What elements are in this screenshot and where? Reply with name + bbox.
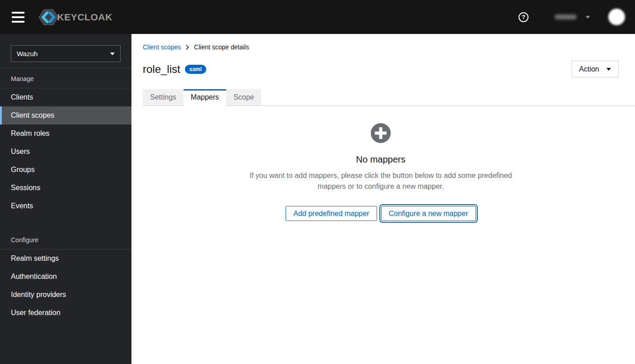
breadcrumb-current: Client scope details [194,43,249,51]
sidebar-item-identity-providers[interactable]: Identity providers [0,286,131,304]
realm-selector-section: Wazuh [0,34,131,68]
plus-circle-icon [371,123,391,143]
page-title: role_list [143,63,180,76]
help-button[interactable]: ? [519,12,528,22]
user-menu[interactable] [555,14,590,19]
breadcrumb-link-client-scopes[interactable]: Client scopes [143,43,181,51]
nav-group-manage: Manage Clients Client scopes Realm roles… [0,68,131,215]
hamburger-icon [12,16,24,18]
empty-state-actions: Add predefined mapper Configure a new ma… [143,206,619,221]
chevron-down-icon [606,68,611,71]
protocol-badge: saml [185,65,206,74]
chevron-down-icon [110,53,115,55]
nav-group-label-manage: Manage [0,68,131,88]
empty-state-title: No mappers [143,154,619,165]
sidebar-item-realm-settings[interactable]: Realm settings [0,249,131,268]
hamburger-icon [12,21,24,23]
sidebar-item-sessions[interactable]: Sessions [0,179,131,197]
sidebar-item-groups[interactable]: Groups [0,161,131,179]
page-header: role_list saml Action [143,61,619,77]
realm-name: Wazuh [17,50,38,57]
sidebar-item-events[interactable]: Events [0,197,131,215]
nav-toggle-button[interactable] [12,12,24,23]
masthead-toolbar: ? [519,9,625,25]
empty-state: No mappers If you want to add mappers, p… [143,123,619,221]
help-icon: ? [522,14,525,20]
sidebar-item-authentication[interactable]: Authentication [0,268,131,286]
action-dropdown-label: Action [579,65,599,73]
breadcrumb: Client scopes Client scope details [143,43,619,51]
keycloak-hexagon-icon [38,8,59,27]
sidebar-item-clients[interactable]: Clients [0,88,131,106]
realm-selector[interactable]: Wazuh [11,45,121,62]
sidebar-item-client-scopes[interactable]: Client scopes [0,106,131,125]
tab-bar: Settings Mappers Scope [143,89,635,106]
keycloak-logo: KEYCLOAK [38,8,112,27]
tab-scope[interactable]: Scope [226,89,261,105]
avatar[interactable] [608,9,625,25]
chevron-right-icon [185,44,189,50]
nav-group-configure: Configure Realm settings Authentication … [0,230,131,322]
sidebar: Wazuh Manage Clients Client scopes Realm… [0,34,131,364]
sidebar-item-realm-roles[interactable]: Realm roles [0,125,131,143]
username-redacted [555,14,577,19]
nav-group-label-configure: Configure [0,230,131,249]
chevron-down-icon [586,16,590,19]
tab-settings[interactable]: Settings [143,89,184,105]
tab-mappers[interactable]: Mappers [184,89,226,106]
add-predefined-mapper-button[interactable]: Add predefined mapper [286,206,377,221]
sidebar-item-user-federation[interactable]: User federation [0,304,131,322]
action-dropdown[interactable]: Action [572,61,619,77]
configure-new-mapper-button[interactable]: Configure a new mapper [381,206,476,221]
empty-state-description: If you want to add mappers, please click… [240,170,521,192]
hamburger-icon [12,12,24,14]
sidebar-item-users[interactable]: Users [0,143,131,161]
masthead: KEYCLOAK ? [0,0,635,34]
main-content: Client scopes Client scope details role_… [131,34,635,364]
keycloak-wordmark: KEYCLOAK [57,12,112,23]
